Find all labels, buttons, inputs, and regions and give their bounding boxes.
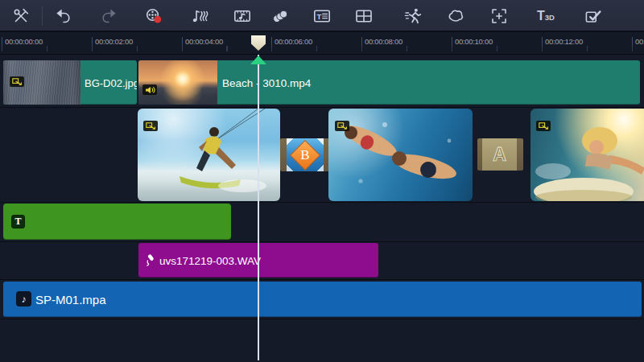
track-divider bbox=[0, 107, 644, 108]
pan-zoom-badge bbox=[536, 121, 551, 131]
title-clip[interactable]: T bbox=[3, 204, 231, 240]
track-divider bbox=[0, 319, 644, 319]
redo-button[interactable] bbox=[97, 5, 120, 27]
toolbox-icon bbox=[11, 6, 31, 26]
toolbar-separator bbox=[42, 6, 43, 26]
swim-art bbox=[328, 109, 473, 201]
pan-zoom-badge bbox=[143, 121, 158, 131]
audio-speaker-badge bbox=[142, 84, 157, 95]
toolbox-button[interactable] bbox=[10, 5, 32, 27]
ruler-label: 00:00:08:00 bbox=[365, 37, 402, 46]
video-clip-bg-d02[interactable]: BG-D02.jpg bbox=[3, 60, 137, 105]
ruler-minor-ticks bbox=[2, 46, 644, 51]
music-clip[interactable]: ♪ SP-M01.mpa bbox=[3, 282, 642, 317]
transition-b[interactable]: B bbox=[280, 138, 330, 171]
lasso-icon bbox=[446, 6, 465, 26]
film-music-icon bbox=[233, 6, 252, 26]
transition-a-tile: A bbox=[482, 138, 517, 171]
mask-creator-button[interactable] bbox=[444, 5, 467, 27]
pan-zoom-button[interactable] bbox=[488, 5, 510, 27]
title-badge: T bbox=[11, 215, 25, 228]
transition-letter: B bbox=[287, 138, 324, 171]
speaker-badge-icon bbox=[145, 86, 155, 94]
split-screen-button[interactable] bbox=[353, 5, 375, 27]
clip-label: uvs171219-003.WAV bbox=[159, 254, 261, 266]
auto-music-button[interactable] bbox=[231, 5, 254, 27]
checkmark-box-icon bbox=[584, 6, 603, 26]
ruler-label: 00: bbox=[635, 37, 644, 46]
overlay-clip-surfer[interactable] bbox=[530, 109, 644, 201]
music-note-icon: ♪ bbox=[16, 291, 31, 306]
title-editor-icon: T bbox=[312, 6, 332, 26]
ruler-label: 00:00:06:00 bbox=[275, 37, 312, 46]
video-clip-beach[interactable]: Beach - 3010.mp4 bbox=[138, 60, 640, 105]
beach-thumbnail bbox=[138, 60, 217, 105]
toolbar: T bbox=[0, 0, 644, 32]
pan-zoom-badge bbox=[335, 121, 349, 131]
transition-b-tile: B bbox=[287, 138, 324, 171]
film-reel-record-icon bbox=[144, 6, 163, 26]
undo-icon bbox=[54, 6, 73, 26]
microphone-icon bbox=[145, 253, 156, 266]
track-divider bbox=[0, 241, 644, 242]
ruler-label: 00:00:00:00 bbox=[5, 37, 43, 46]
overlay-clip-swim[interactable] bbox=[328, 109, 473, 201]
clip-label: SP-M01.mpa bbox=[35, 293, 106, 306]
clip-label: BG-D02.jpg bbox=[85, 76, 137, 88]
title-badge-letter: T bbox=[14, 216, 21, 228]
timeline-ruler[interactable]: 00:00:00:00 00:00:02:00 00:00:04:00 00:0… bbox=[0, 34, 644, 55]
undo-button[interactable] bbox=[52, 5, 75, 27]
video-editor-window: T bbox=[0, 0, 644, 362]
music-note-waves-icon bbox=[190, 6, 209, 26]
track-divider bbox=[0, 279, 644, 280]
pan-zoom-badge-icon bbox=[337, 122, 348, 130]
clip-label: Beach - 3010.mp4 bbox=[222, 76, 311, 88]
batch-check-button[interactable] bbox=[582, 5, 605, 27]
pan-zoom-badge-icon bbox=[12, 78, 23, 85]
playhead-line[interactable] bbox=[258, 55, 259, 360]
subtitle-editor-button[interactable]: T bbox=[311, 5, 333, 27]
pan-zoom-badge-icon bbox=[539, 122, 549, 130]
discs-icon bbox=[270, 6, 290, 26]
capture-button[interactable] bbox=[142, 5, 165, 27]
runner-icon bbox=[403, 6, 423, 26]
multicam-button[interactable] bbox=[269, 5, 291, 27]
3d-title-label: T3D bbox=[537, 9, 555, 23]
swim-thumbnail bbox=[328, 109, 473, 201]
svg-text:T: T bbox=[316, 12, 321, 21]
ruler-label: 00:00:02:00 bbox=[95, 37, 133, 46]
ruler-label: 00:00:04:00 bbox=[185, 37, 223, 46]
ruler-label: 00:00:10:00 bbox=[455, 37, 493, 46]
track-divider bbox=[0, 202, 644, 203]
transition-a[interactable]: A bbox=[477, 138, 523, 171]
transition-letter: A bbox=[493, 144, 506, 166]
ruler-label: 00:00:12:00 bbox=[545, 37, 583, 46]
pan-zoom-icon bbox=[489, 6, 509, 26]
motion-tracking-button[interactable] bbox=[402, 5, 424, 27]
pan-zoom-badge bbox=[10, 76, 24, 87]
grid-icon bbox=[354, 6, 374, 26]
pan-zoom-badge-icon bbox=[146, 122, 156, 130]
3d-title-button[interactable]: T3D bbox=[535, 5, 557, 27]
redo-icon bbox=[99, 6, 118, 26]
sound-mixer-button[interactable] bbox=[188, 5, 211, 27]
